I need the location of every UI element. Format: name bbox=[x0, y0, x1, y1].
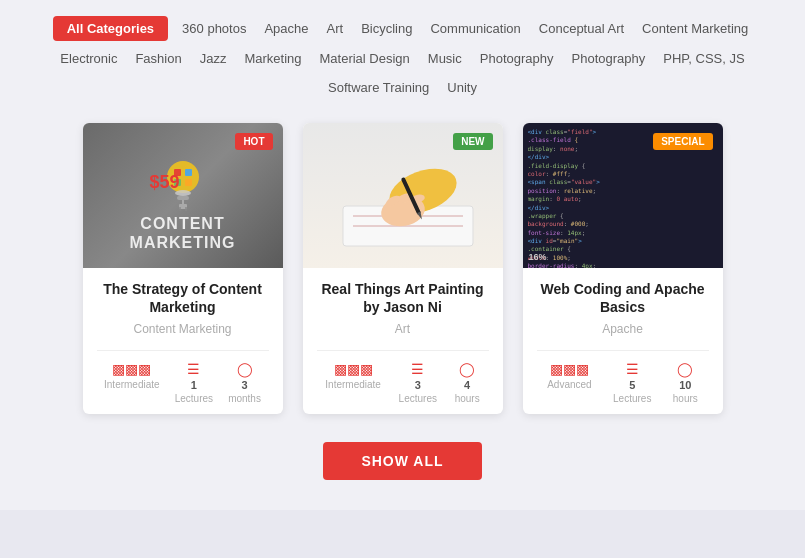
meta-lectures-value-3: 5 bbox=[629, 379, 635, 391]
category-bicycling[interactable]: Bicycling bbox=[357, 16, 416, 41]
meta-lectures-value-2: 3 bbox=[415, 379, 421, 391]
meta-duration-label-1: months bbox=[228, 393, 261, 404]
badge-hot: HOT bbox=[235, 133, 272, 150]
category-material-design[interactable]: Material Design bbox=[315, 47, 413, 70]
meta-duration-label-3: hours bbox=[673, 393, 698, 404]
category-unity[interactable]: Unity bbox=[443, 76, 481, 99]
meta-duration-3: ◯ 10 hours bbox=[673, 361, 698, 404]
meta-level-2: ▩▩▩ Intermediate bbox=[325, 361, 381, 390]
card-content-marketing[interactable]: $59 CONTENTMARKETING HOT The Strategy of… bbox=[83, 123, 283, 414]
card-category-1: Content Marketing bbox=[97, 322, 269, 336]
clock-icon-1: ◯ bbox=[237, 361, 253, 377]
card-body-1: The Strategy of Content Marketing Conten… bbox=[83, 268, 283, 414]
bar-chart-icon-1: ▩▩▩ bbox=[112, 361, 151, 377]
card-title-1: The Strategy of Content Marketing bbox=[97, 280, 269, 316]
category-music[interactable]: Music bbox=[424, 47, 466, 70]
meta-lectures-1: ☰ 1 Lectures bbox=[175, 361, 213, 404]
category-php-css-js[interactable]: PHP, CSS, JS bbox=[659, 47, 748, 70]
divider-1 bbox=[97, 350, 269, 351]
meta-duration-1: ◯ 3 months bbox=[228, 361, 261, 404]
bar-chart-icon-3: ▩▩▩ bbox=[550, 361, 589, 377]
divider-3 bbox=[537, 350, 709, 351]
category-360photos[interactable]: 360 photos bbox=[178, 16, 250, 41]
badge-special: SPECIAL bbox=[653, 133, 712, 150]
category-marketing[interactable]: Marketing bbox=[240, 47, 305, 70]
category-all-btn[interactable]: All Categories bbox=[53, 16, 168, 41]
meta-lectures-2: ☰ 3 Lectures bbox=[399, 361, 437, 404]
meta-duration-label-2: hours bbox=[455, 393, 480, 404]
card-image-wrap-3: <div class="field"> .class-field { displ… bbox=[523, 123, 723, 268]
hand-svg bbox=[323, 136, 483, 256]
bar-chart-icon-2: ▩▩▩ bbox=[334, 361, 373, 377]
badge-new: NEW bbox=[453, 133, 492, 150]
category-communication[interactable]: Communication bbox=[426, 16, 524, 41]
category-conceptual-art[interactable]: Conceptual Art bbox=[535, 16, 628, 41]
svg-rect-6 bbox=[185, 179, 192, 186]
card-art[interactable]: NEW Real Things Art Painting by Jason Ni… bbox=[303, 123, 503, 414]
clock-icon-2: ◯ bbox=[459, 361, 475, 377]
category-nav: All Categories 360 photos Apache Art Bic… bbox=[20, 16, 785, 99]
meta-lectures-label-2: Lectures bbox=[399, 393, 437, 404]
show-all-wrap: SHOW ALL bbox=[20, 442, 785, 480]
svg-rect-2 bbox=[177, 196, 189, 200]
card-category-3: Apache bbox=[537, 322, 709, 336]
meta-lectures-label-1: Lectures bbox=[175, 393, 213, 404]
list-icon-2: ☰ bbox=[411, 361, 424, 377]
meta-duration-value-2: 4 bbox=[464, 379, 470, 391]
card-meta-2: ▩▩▩ Intermediate ☰ 3 Lectures ◯ 4 hours bbox=[317, 361, 489, 404]
card-body-2: Real Things Art Painting by Jason Ni Art… bbox=[303, 268, 503, 414]
card-title-2: Real Things Art Painting by Jason Ni bbox=[317, 280, 489, 316]
category-content-marketing[interactable]: Content Marketing bbox=[638, 16, 752, 41]
meta-lectures-value-1: 1 bbox=[191, 379, 197, 391]
main-container: All Categories 360 photos Apache Art Bic… bbox=[0, 0, 805, 510]
list-icon-1: ☰ bbox=[187, 361, 200, 377]
category-fashion[interactable]: Fashion bbox=[131, 47, 185, 70]
card-meta-3: ▩▩▩ Advanced ☰ 5 Lectures ◯ 10 hours bbox=[537, 361, 709, 404]
meta-lectures-3: ☰ 5 Lectures bbox=[613, 361, 651, 404]
card-title-3: Web Coding and Apache Basics bbox=[537, 280, 709, 316]
cm-title-text: CONTENTMARKETING bbox=[130, 214, 236, 252]
card-meta-1: ▩▩▩ Intermediate ☰ 1 Lectures ◯ 3 months bbox=[97, 361, 269, 404]
list-icon-3: ☰ bbox=[626, 361, 639, 377]
category-art[interactable]: Art bbox=[323, 16, 348, 41]
category-photography1[interactable]: Photography bbox=[476, 47, 558, 70]
cards-row: $59 CONTENTMARKETING HOT The Strategy of… bbox=[20, 123, 785, 414]
meta-level-label-1: Intermediate bbox=[104, 379, 160, 390]
category-electronic[interactable]: Electronic bbox=[56, 47, 121, 70]
category-photography2[interactable]: Photography bbox=[568, 47, 650, 70]
category-jazz[interactable]: Jazz bbox=[196, 47, 231, 70]
code-percentage: 16% bbox=[529, 252, 547, 262]
svg-rect-4 bbox=[185, 169, 192, 176]
category-apache[interactable]: Apache bbox=[260, 16, 312, 41]
show-all-button[interactable]: SHOW ALL bbox=[323, 442, 481, 480]
meta-lectures-label-3: Lectures bbox=[613, 393, 651, 404]
meta-duration-2: ◯ 4 hours bbox=[455, 361, 480, 404]
meta-level-3: ▩▩▩ Advanced bbox=[547, 361, 591, 390]
divider-2 bbox=[317, 350, 489, 351]
meta-level-label-3: Advanced bbox=[547, 379, 591, 390]
meta-duration-value-1: 3 bbox=[241, 379, 247, 391]
category-software-training[interactable]: Software Training bbox=[324, 76, 433, 99]
price-tag: $59 bbox=[149, 172, 179, 193]
clock-icon-3: ◯ bbox=[677, 361, 693, 377]
meta-duration-value-3: 10 bbox=[679, 379, 691, 391]
card-image-wrap-1: $59 CONTENTMARKETING HOT bbox=[83, 123, 283, 268]
meta-level-label-2: Intermediate bbox=[325, 379, 381, 390]
card-coding[interactable]: <div class="field"> .class-field { displ… bbox=[523, 123, 723, 414]
card-body-3: Web Coding and Apache Basics Apache ▩▩▩ … bbox=[523, 268, 723, 414]
card-category-2: Art bbox=[317, 322, 489, 336]
card-image-wrap-2: NEW bbox=[303, 123, 503, 268]
meta-level-1: ▩▩▩ Intermediate bbox=[104, 361, 160, 390]
